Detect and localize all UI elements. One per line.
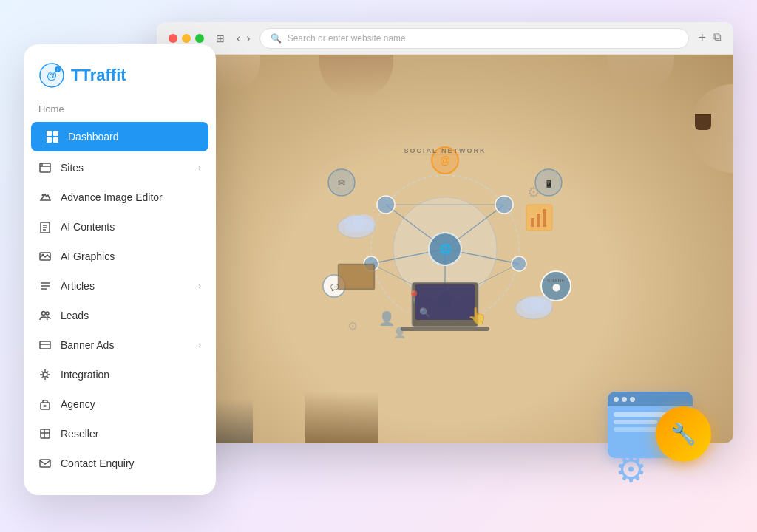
sidebar-item-advance-image-editor[interactable]: Advance Image Editor xyxy=(24,183,216,212)
ai-contents-label: AI Contents xyxy=(61,221,115,233)
svg-rect-58 xyxy=(53,131,58,136)
sidebar-item-articles[interactable]: Articles › xyxy=(24,271,216,301)
svg-rect-76 xyxy=(40,341,50,349)
sidebar-item-ai-graphics[interactable]: AI Graphics xyxy=(24,242,216,271)
sidebar-item-banner-ads[interactable]: Banner Ads › xyxy=(24,330,216,360)
articles-chevron: › xyxy=(198,281,201,291)
reseller-label: Reseller xyxy=(61,428,98,440)
coffee-cup-right xyxy=(695,114,711,130)
dashboard-label: Dashboard xyxy=(68,131,119,143)
svg-rect-30 xyxy=(401,327,489,331)
mini-dot-2 xyxy=(622,397,627,402)
sidebar-item-sites[interactable]: Sites › xyxy=(24,153,216,183)
sidebar-item-ai-contents[interactable]: AI Contents xyxy=(24,212,216,242)
reseller-icon xyxy=(38,427,52,440)
browser-dots xyxy=(169,34,204,43)
dashboard-icon xyxy=(46,130,59,143)
network-diagram: ✉ @ 📱 💬 ⬤ 🌐 xyxy=(297,138,593,360)
svg-point-24 xyxy=(495,196,513,214)
advance-image-editor-icon xyxy=(38,191,52,204)
ai-contents-icon xyxy=(38,220,52,233)
svg-rect-59 xyxy=(47,137,52,143)
logo-icon: @ ↑ xyxy=(38,62,65,89)
contact-enquiry-icon xyxy=(38,457,52,470)
sidebar-item-reseller[interactable]: Reseller xyxy=(24,419,216,449)
sidebar-logo: @ ↑ TTraffit xyxy=(24,44,216,100)
banner-ads-label: Banner Ads xyxy=(61,339,114,351)
integration-label: Integration xyxy=(61,369,109,381)
dot-minimize[interactable] xyxy=(182,34,191,43)
svg-text:📍: 📍 xyxy=(407,290,421,304)
svg-text:👆: 👆 xyxy=(467,306,488,326)
svg-text:@: @ xyxy=(47,69,57,81)
svg-rect-85 xyxy=(40,460,50,467)
browser-nav-buttons: ‹ › xyxy=(237,32,251,45)
integration-icon xyxy=(38,368,52,381)
svg-text:🌐: 🌐 xyxy=(439,243,452,256)
banner-ads-chevron: › xyxy=(198,340,201,350)
mini-dot-3 xyxy=(630,397,635,402)
add-tab-button[interactable]: + xyxy=(698,30,706,46)
svg-point-36 xyxy=(530,296,552,313)
browser-content: ✉ @ 📱 💬 ⬤ 🌐 xyxy=(157,55,733,443)
svg-text:↑: ↑ xyxy=(57,68,59,72)
browser-window: ⊞ ‹ › 🔍 Search or enter website name + ⧉ xyxy=(157,22,733,443)
forward-button[interactable]: › xyxy=(246,32,250,45)
svg-text:SHARE: SHARE xyxy=(547,278,566,283)
agency-label: Agency xyxy=(61,398,95,410)
scene-container: ⊞ ‹ › 🔍 Search or enter website name + ⧉ xyxy=(24,22,733,510)
advance-image-editor-label: Advance Image Editor xyxy=(61,191,163,203)
browser-content-line-2 xyxy=(614,420,657,424)
tools-circle: 🔧 xyxy=(656,406,711,462)
svg-text:@: @ xyxy=(440,154,450,166)
sidebar-item-dashboard[interactable]: Dashboard xyxy=(31,122,208,151)
articles-label: Articles xyxy=(61,280,95,292)
address-text: Search or enter website name xyxy=(288,33,406,44)
svg-rect-61 xyxy=(40,163,50,172)
layout-icon[interactable]: ⊞ xyxy=(213,31,228,46)
svg-text:🔍: 🔍 xyxy=(419,307,430,318)
svg-point-75 xyxy=(46,312,49,315)
ai-graphics-icon xyxy=(38,250,52,263)
mini-dot-1 xyxy=(614,397,619,402)
svg-rect-43 xyxy=(339,265,373,288)
agency-icon xyxy=(38,398,52,411)
sites-label: Sites xyxy=(61,162,84,174)
svg-point-26 xyxy=(512,256,526,271)
person-bottom-middle xyxy=(305,392,378,443)
search-icon: 🔍 xyxy=(271,33,282,44)
leads-icon xyxy=(38,309,52,322)
sidebar-section-label: Home xyxy=(24,100,216,120)
tools-browser-top-bar xyxy=(608,392,693,406)
svg-point-78 xyxy=(43,372,47,377)
sidebar-item-integration[interactable]: Integration xyxy=(24,360,216,389)
sidebar-item-leads[interactable]: Leads xyxy=(24,301,216,330)
svg-point-74 xyxy=(42,312,46,316)
articles-icon xyxy=(38,279,52,293)
svg-rect-82 xyxy=(41,429,50,438)
svg-text:👤: 👤 xyxy=(393,327,407,339)
svg-rect-60 xyxy=(53,137,58,143)
sidebar-item-contact-enquiry[interactable]: Contact Enquiry xyxy=(24,449,216,478)
sidebar-item-agency[interactable]: Agency xyxy=(24,389,216,419)
logo-text: TTraffit xyxy=(71,66,126,85)
svg-text:SOCIAL NETWORK: SOCIAL NETWORK xyxy=(404,147,486,154)
browser-toolbar: ⊞ ‹ › 🔍 Search or enter website name + ⧉ xyxy=(157,22,733,55)
svg-text:👤: 👤 xyxy=(378,310,396,327)
browser-address-bar[interactable]: 🔍 Search or enter website name xyxy=(259,28,690,49)
windows-button[interactable]: ⧉ xyxy=(713,30,722,46)
sites-chevron: › xyxy=(198,163,201,173)
gear-icon-large: ⚙ xyxy=(615,452,647,488)
dot-maximize[interactable] xyxy=(195,34,204,43)
svg-text:⚙: ⚙ xyxy=(347,320,358,332)
svg-text:📱: 📱 xyxy=(544,179,554,188)
browser-actions: + ⧉ xyxy=(698,30,722,46)
svg-point-70 xyxy=(42,254,44,256)
dot-close[interactable] xyxy=(169,34,177,43)
svg-rect-50 xyxy=(531,218,534,227)
svg-point-33 xyxy=(353,214,375,232)
back-button[interactable]: ‹ xyxy=(237,32,240,45)
sites-icon xyxy=(38,161,52,174)
svg-rect-57 xyxy=(47,131,52,136)
contact-enquiry-label: Contact Enquiry xyxy=(61,457,135,469)
